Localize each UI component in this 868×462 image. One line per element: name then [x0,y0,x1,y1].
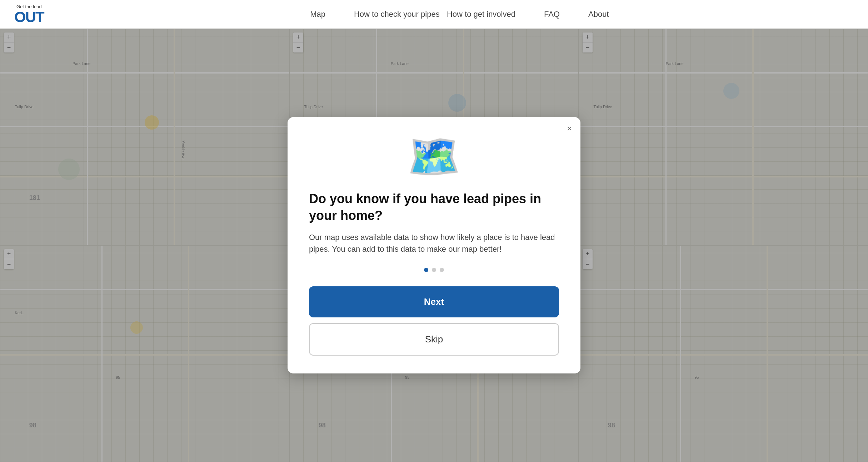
dot-2 [432,268,436,272]
modal-close-button[interactable]: × [567,124,572,133]
nav-link-check-pipes[interactable]: How to check your pipes [354,10,418,19]
modal-overlay: × 🗺️ Do you know if you have lead pipes … [0,29,868,462]
skip-button[interactable]: Skip [309,323,559,356]
modal-pagination-dots [309,268,559,272]
modal-body: Our map uses available data to show how … [309,231,559,255]
modal-icon-area: 🗺️ [309,135,559,178]
logo-text-bottom: OUT [14,10,44,25]
dot-1 [424,268,428,272]
navbar: Get the lead OUT Map How to check your p… [0,0,868,29]
nav-link-map[interactable]: Map [310,10,325,19]
nav-link-get-involved[interactable]: How to get involved [447,10,515,19]
map-icon: 🗺️ [407,135,461,178]
nav-link-about[interactable]: About [588,10,609,19]
modal-title: Do you know if you have lead pipes in yo… [309,191,559,224]
site-logo[interactable]: Get the lead OUT [14,4,44,25]
nav-link-faq[interactable]: FAQ [544,10,560,19]
next-button[interactable]: Next [309,286,559,317]
dot-3 [440,268,444,272]
nav-links: Map How to check your pipes How to get i… [65,10,854,19]
modal-dialog: × 🗺️ Do you know if you have lead pipes … [288,117,580,373]
